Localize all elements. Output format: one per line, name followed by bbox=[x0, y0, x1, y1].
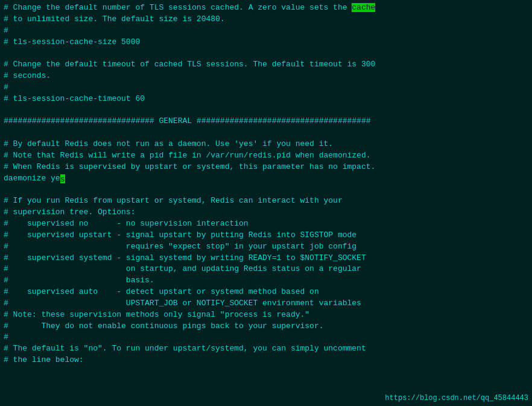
line-26: # supervised auto - detect upstart or sy… bbox=[4, 287, 528, 298]
line-8: # bbox=[4, 82, 528, 94]
line-17 bbox=[4, 185, 528, 196]
line-28: # Note: these supervision methods only s… bbox=[4, 309, 528, 321]
line-10 bbox=[4, 105, 528, 116]
line-21: # supervised upstart - signal upstart by… bbox=[4, 230, 528, 241]
line-7: # seconds. bbox=[4, 71, 528, 82]
line-14: # Note that Redis will write a pid file … bbox=[4, 150, 528, 162]
line-25: # basis. bbox=[4, 275, 528, 287]
line-2: # to unlimited size. The default size is… bbox=[4, 14, 528, 25]
line-15: # When Redis is supervised by upstart or… bbox=[4, 162, 528, 173]
line-13: # By default Redis does not run as a dae… bbox=[4, 139, 528, 150]
line-20: # supervised no - no supervision interac… bbox=[4, 218, 528, 230]
line-31: # The default is "no". To run under upst… bbox=[4, 343, 528, 355]
watermark: https://blog.csdn.net/qq_45844443 bbox=[385, 394, 528, 402]
line-30: # bbox=[4, 332, 528, 343]
command-text-before: daemonize ye bbox=[4, 173, 60, 185]
line-29: # They do not enable continuous pings ba… bbox=[4, 321, 528, 332]
line-5 bbox=[4, 48, 528, 59]
line-18: # If you run Redis from upstart or syste… bbox=[4, 195, 528, 207]
terminal: # Change the default number of TLS sessi… bbox=[0, 0, 532, 406]
line-6: # Change the default timeout of cached T… bbox=[4, 59, 528, 71]
cursor: s bbox=[60, 174, 65, 183]
line-23: # supervised systemd - signal systemd by… bbox=[4, 253, 528, 264]
command-line: daemonize yes bbox=[4, 173, 528, 185]
line-12 bbox=[4, 127, 528, 139]
line-24: # on startup, and updating Redis status … bbox=[4, 264, 528, 275]
line-11: ################################ GENERAL… bbox=[4, 116, 528, 127]
line-4: # tls-session-cache-size 5000 bbox=[4, 37, 528, 48]
line-27: # UPSTART_JOB or NOTIFY_SOCKET environme… bbox=[4, 298, 528, 309]
line-9: # tls-session-cache-timeout 60 bbox=[4, 94, 528, 105]
line-3: # bbox=[4, 25, 528, 37]
line-1: # Change the default number of TLS sessi… bbox=[4, 2, 528, 14]
line-22: # requires "expect stop" in your upstart… bbox=[4, 241, 528, 253]
line-19: # supervision tree. Options: bbox=[4, 207, 528, 218]
line-32: # the line below: bbox=[4, 355, 528, 366]
